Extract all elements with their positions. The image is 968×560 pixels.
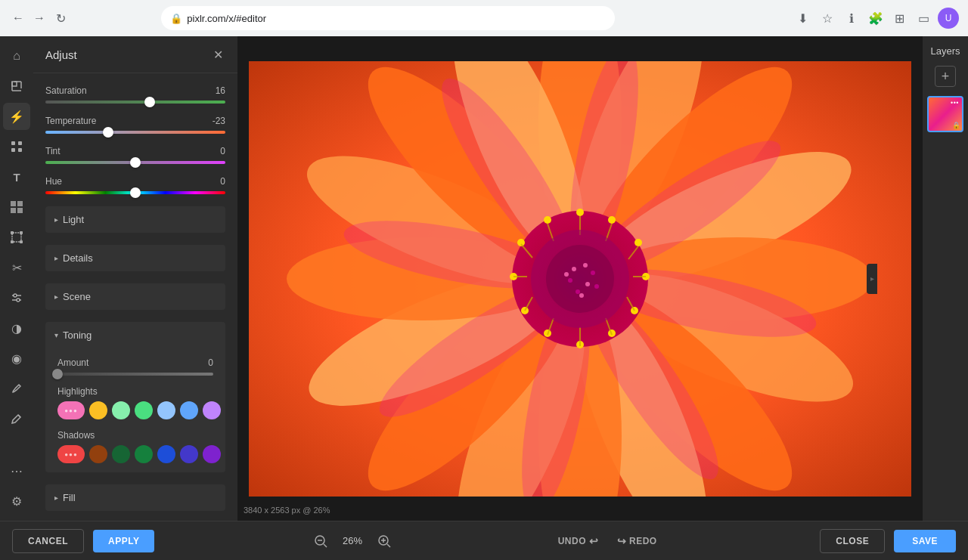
cancel-button[interactable]: CANCEL [12,529,84,553]
user-avatar[interactable]: U [938,8,959,29]
tint-thumb[interactable] [130,157,141,168]
url-text: pixlr.com/x/#editor [187,13,266,24]
details-header[interactable]: ▸ Details [45,245,225,271]
shadows-swatch-dark-green[interactable] [112,445,130,463]
highlights-swatch-light-blue[interactable] [157,401,175,419]
svg-point-58 [544,216,551,224]
shadows-label: Shadows [57,430,213,441]
toning-header[interactable]: ▾ Toning [45,322,225,348]
hue-slider[interactable] [45,191,225,194]
back-button[interactable]: ← [9,9,27,27]
shadows-swatch-brown[interactable] [89,445,107,463]
amount-thumb[interactable] [52,369,63,379]
shadows-swatch-medium-green[interactable] [135,445,153,463]
highlights-swatch-purple[interactable] [203,401,221,419]
shadows-swatch-purple[interactable] [203,445,221,463]
temperature-slider[interactable] [45,131,225,134]
text-tool[interactable]: T [3,163,30,190]
forward-button[interactable]: → [30,9,48,27]
settings-tool[interactable]: ⚙ [3,487,30,515]
transform-tool[interactable] [3,224,30,251]
info-icon[interactable]: ℹ [841,8,862,29]
svg-point-15 [11,241,14,243]
details-label: Details [63,252,93,264]
crop-tool[interactable] [3,73,30,100]
add-layer-button[interactable]: + [935,66,956,87]
layer-options-icon: ••• [951,99,959,107]
zoom-out-button[interactable] [310,531,331,552]
swatch-dots-icon: ●●● [64,407,78,414]
highlights-swatch-blue[interactable] [180,401,198,419]
saturation-thumb[interactable] [144,97,155,107]
close-button[interactable]: CLOSE [820,529,885,553]
apply-button[interactable]: APPLY [93,530,154,552]
address-bar[interactable]: 🔒 pixlr.com/x/#editor [161,6,615,30]
scene-header[interactable]: ▸ Scene [45,283,225,310]
shadows-swatch-dark-blue[interactable] [157,445,175,463]
shadows-swatches: ●●● [57,445,213,463]
svg-point-16 [20,241,23,243]
panel-title: Adjust [45,48,77,61]
svg-point-77 [585,282,590,286]
undo-button[interactable]: UNDO ↩ [551,531,607,552]
highlights-swatch-green[interactable] [135,401,153,419]
svg-point-72 [546,245,614,313]
location-tool[interactable]: ◉ [3,345,30,372]
adjust-panel: Adjust ✕ Saturation 16 Temperature -23 [33,36,237,521]
bookmark-icon[interactable]: ☆ [817,8,838,29]
panel-close-button[interactable]: ✕ [210,47,225,62]
pattern-tool[interactable] [3,193,30,221]
bottom-toolbar: CANCEL APPLY 26% UNDO ↩ ↪ [0,521,968,560]
highlights-swatch-light-green[interactable] [112,401,130,419]
contrast-tool[interactable]: ◑ [3,314,30,342]
brush-tool[interactable] [3,375,30,402]
temperature-thumb[interactable] [103,127,113,138]
redo-button[interactable]: ↪ REDO [610,531,665,552]
nav-buttons: ← → ↻ [9,9,70,27]
adjust-tool[interactable] [3,284,30,311]
canvas-area: 3840 x 2563 px @ 26% ▸ [237,36,923,521]
pen-tool[interactable] [3,405,30,432]
extension-icon[interactable]: 🧩 [865,8,886,29]
temperature-value: -23 [213,116,225,126]
grid-tool[interactable] [3,133,30,160]
hue-thumb[interactable] [130,187,141,198]
svg-point-79 [564,272,569,277]
image-dimensions: 3840 x 2563 px @ 26% [244,506,330,515]
zoom-controls: 26% [310,531,395,552]
layer-item: ••• 🔒 [927,96,963,132]
svg-rect-10 [11,208,16,213]
download-icon[interactable]: ⬇ [793,8,814,29]
right-panel-toggle[interactable]: ▸ [867,264,877,294]
tint-slider[interactable] [45,161,225,164]
screen-icon[interactable]: ▭ [914,8,935,29]
temperature-label: Temperature [45,116,96,126]
fill-label: Fill [63,492,76,503]
lightning-tool[interactable]: ⚡ [3,103,30,130]
redo-icon: ↪ [617,535,627,547]
amount-slider[interactable] [57,373,213,376]
zoom-in-button[interactable] [374,531,395,552]
details-section: ▸ Details [45,245,225,271]
layer-thumbnail[interactable]: ••• 🔒 [927,96,963,132]
shadows-selected-swatch[interactable]: ●●● [57,445,85,463]
right-panel-chevron-icon: ▸ [870,274,874,283]
saturation-label: Saturation [45,85,87,96]
saturation-slider[interactable] [45,101,225,104]
save-button[interactable]: SAVE [894,530,956,552]
highlights-swatch-yellow[interactable] [89,401,107,419]
highlights-selected-swatch[interactable]: ●●● [57,401,85,419]
panel-header: Adjust ✕ [33,36,237,73]
home-tool[interactable]: ⌂ [3,42,30,70]
amount-label: Amount [57,357,88,368]
shadows-swatch-indigo[interactable] [180,445,198,463]
svg-line-86 [387,544,390,547]
saturation-control: Saturation 16 [45,85,225,104]
scissors-tool[interactable]: ✂ [3,254,30,281]
reload-button[interactable]: ↻ [51,9,70,27]
light-header[interactable]: ▸ Light [45,206,225,233]
more-tool[interactable]: ⋯ [3,457,30,484]
right-layers-panel: Layers + ••• 🔒 [923,36,968,521]
extensions-icon[interactable]: ⊞ [889,8,911,29]
fill-header[interactable]: ▸ Fill [45,484,225,511]
